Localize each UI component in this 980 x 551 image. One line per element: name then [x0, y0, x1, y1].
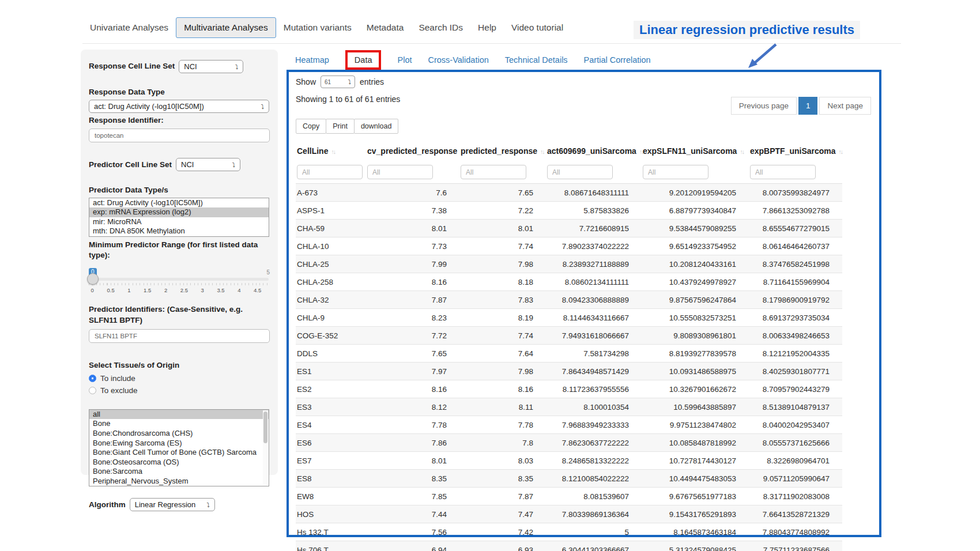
column-header-expbptf-unisarcoma[interactable]: expBPTF_uniSarcoma↑↓ [749, 141, 842, 160]
download-button[interactable]: download [354, 119, 399, 134]
table-row[interactable]: ASPS-17.387.225.8758338266.8879773934084… [296, 202, 842, 220]
table-row[interactable]: ES67.867.87.8623063772222210.08584878189… [296, 434, 842, 452]
list-option-mth-dna-850k-methylation[interactable]: mth: DNA 850K Methylation [89, 227, 269, 236]
table-row[interactable]: A-6737.67.658.086716483111119.2012091959… [296, 184, 842, 202]
radio-to-include[interactable]: To include [89, 374, 270, 383]
filter-input-predicted-response[interactable] [461, 165, 526, 179]
column-header-act609699-unisarcoma[interactable]: act609699_uniSarcoma↑↓ [546, 141, 642, 160]
filter-input-cellline[interactable] [297, 165, 363, 179]
table-row[interactable]: CHLA-107.737.747.890233740222229.6514923… [296, 237, 842, 255]
cell-value: 7.66413528721329 [749, 505, 842, 523]
list-option-act-drug-activity-log10-ic50m[interactable]: act: Drug Activity (-log10[IC50M]) [89, 198, 269, 208]
min-predictor-range-slider[interactable]: 0 5 00.511.522.533.544.5 [89, 278, 269, 295]
response-identifier-input[interactable] [89, 129, 270, 142]
nav-item-univariate-analyses[interactable]: Univariate Analyses [82, 18, 176, 37]
column-header-label: act609699_uniSarcoma [547, 146, 636, 156]
table-row[interactable]: CHLA-257.997.988.2389327118888910.208124… [296, 255, 842, 273]
nav-item-metadata[interactable]: Metadata [359, 18, 412, 37]
table-row[interactable]: COG-E-3527.727.747.949316180666679.80893… [296, 327, 842, 345]
list-option-exp-mrna-expression-log2[interactable]: exp: mRNA Expression (log2) [89, 207, 269, 217]
nav-item-search-ids[interactable]: Search IDs [411, 18, 470, 37]
predictor-cell-line-set-select[interactable]: NCI ⤵ [176, 158, 240, 171]
predictor-data-type-list[interactable]: act: Drug Activity (-log10[IC50M])exp: m… [89, 198, 269, 237]
tab-cross-validation[interactable]: Cross-Validation [428, 55, 488, 65]
nav-item-mutation-variants[interactable]: Mutation variants [276, 18, 359, 37]
algorithm-select[interactable]: Linear Regression ⤵ [130, 498, 215, 511]
table-row[interactable]: ES38.128.118.10001035410.5996438858978.5… [296, 398, 842, 416]
radio-dot-icon[interactable] [89, 375, 96, 382]
list-option-bone-giant-cell-tumor-of-bone-gctb-sarcoma[interactable]: Bone:Giant Cell Tumor of Bone (GCTB) Sar… [89, 448, 269, 458]
tab-plot[interactable]: Plot [397, 55, 412, 65]
tab-technical-details[interactable]: Technical Details [505, 55, 568, 65]
column-header-cv-predicted-response[interactable]: cv_predicted_response↑↓ [366, 141, 459, 160]
list-option-bone-sarcoma[interactable]: Bone:Sarcoma [89, 467, 269, 477]
response-cell-line-set-select[interactable]: NCI ⤵ [179, 60, 243, 73]
table-row[interactable]: ES78.018.038.2486581332222210.7278174430… [296, 452, 842, 470]
list-option-peripheral-nervous-system[interactable]: Peripheral_Nervous_System [89, 477, 269, 486]
chevron-down-icon: ⤵ [261, 103, 265, 110]
radio-to-exclude[interactable]: To exclude [89, 386, 270, 395]
filter-input-act609699-unisarcoma[interactable] [547, 165, 613, 179]
table-filter-row [296, 160, 842, 184]
table-row[interactable]: HOS7.447.477.803398691363649.15431765291… [296, 505, 842, 523]
table-row[interactable]: Hs 132.T7.567.4258.16458734631847.880437… [296, 523, 842, 541]
show-entries-select[interactable]: 61 ⤵ [321, 76, 355, 88]
previous-page-button[interactable]: Previous page [731, 97, 797, 115]
nav-item-multivariate-analyses[interactable]: Multivariate Analyses [176, 17, 276, 38]
filter-input-expslfn11-unisarcoma[interactable] [643, 165, 708, 179]
cell-value: 8.17986900919792 [749, 291, 842, 309]
tab-heatmap[interactable]: Heatmap [295, 55, 329, 65]
table-row[interactable]: ES28.168.168.1172363795555610.3267901662… [296, 380, 842, 398]
list-option-bone-osteosarcoma-os[interactable]: Bone:Osteosarcoma (OS) [89, 458, 269, 467]
table-row[interactable]: DDLS7.657.647.5817342988.819392778395788… [296, 345, 842, 363]
list-option-bone[interactable]: Bone [89, 419, 269, 429]
slider-tick-label: 0 [91, 287, 94, 293]
next-page-button[interactable]: Next page [819, 97, 871, 115]
nav-item-video-tutorial[interactable]: Video tutorial [504, 18, 571, 37]
tab-data[interactable]: Data [345, 50, 382, 70]
print-button[interactable]: Print [326, 119, 355, 134]
table-row[interactable]: CHLA-2588.168.188.0860213411111110.43792… [296, 273, 842, 291]
radio-dot-icon[interactable] [89, 387, 96, 394]
table-row[interactable]: CHLA-98.238.198.1144634311666710.5550832… [296, 309, 842, 327]
list-option-mir-microrna[interactable]: mir: MicroRNA [89, 217, 269, 227]
scrollbar-thumb[interactable] [263, 412, 267, 443]
table-row[interactable]: EW87.857.878.0815396079.676756519771838.… [296, 488, 842, 505]
filter-input-expbptf-unisarcoma[interactable] [750, 165, 816, 179]
current-page-button[interactable]: 1 [798, 97, 818, 115]
sort-icon[interactable]: ↑↓ [740, 148, 744, 155]
table-row[interactable]: ES17.977.987.8643494857142910.0931486588… [296, 363, 842, 380]
slider-tick-labels: 00.511.522.533.544.5 [89, 287, 269, 295]
sort-icon[interactable]: ↑↓ [839, 148, 843, 155]
cell-value: 7.38 [366, 202, 459, 220]
list-option-all[interactable]: all [89, 410, 269, 420]
nav-item-help[interactable]: Help [470, 18, 504, 37]
table-row[interactable]: Hs 706.T6.946.936.304413033666675.313245… [296, 541, 842, 551]
tab-partial-correlation[interactable]: Partial Correlation [584, 55, 651, 65]
table-row[interactable]: CHLA-327.877.838.094233068888899.8756759… [296, 291, 842, 309]
filter-input-cv-predicted-response[interactable] [367, 165, 433, 179]
cell-value: 8.51389104879137 [749, 398, 842, 416]
column-header-label: expSLFN11_uniSarcoma [643, 146, 737, 156]
table-row[interactable]: CHA-598.018.017.72166089159.538445790892… [296, 220, 842, 237]
copy-button[interactable]: Copy [296, 119, 326, 134]
scrollbar[interactable] [263, 410, 268, 485]
list-option-bone-ewing-sarcoma-es[interactable]: Bone:Ewing Sarcoma (ES) [89, 439, 269, 448]
cell-line-name: HOS [296, 505, 366, 523]
table-row[interactable]: ES88.358.358.1210085402222210.4494475483… [296, 470, 842, 488]
column-header-expslfn11-unisarcoma[interactable]: expSLFN11_uniSarcoma↑↓ [642, 141, 749, 160]
sort-icon[interactable]: ↑↓ [540, 148, 544, 155]
tissue-list[interactable]: allBoneBone:Chondrosarcoma (CHS)Bone:Ewi… [89, 409, 269, 486]
cell-value: 9.53844579089255 [642, 220, 749, 237]
slider-track[interactable] [89, 278, 269, 281]
sort-icon[interactable]: ↑↓ [331, 148, 335, 155]
column-header-cellline[interactable]: CellLine↑↓ [296, 141, 366, 160]
list-option-bone-chondrosarcoma-chs[interactable]: Bone:Chondrosarcoma (CHS) [89, 429, 269, 439]
table-row[interactable]: ES47.787.787.968839492333339.97511238474… [296, 416, 842, 434]
predictor-identifiers-input[interactable] [89, 329, 270, 343]
cell-value: 7.87 [459, 488, 546, 505]
response-data-type-select[interactable]: act: Drug Activity (-log10[IC50M]) ⤵ [89, 100, 269, 113]
show-entries-prefix: Show [296, 77, 316, 86]
column-header-predicted-response[interactable]: predicted_response↑↓ [459, 141, 546, 160]
cell-value: 7.47 [459, 505, 546, 523]
